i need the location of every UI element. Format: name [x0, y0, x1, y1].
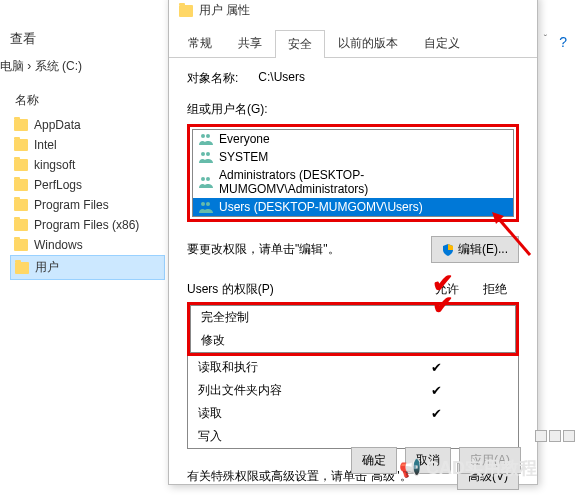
folder-item[interactable]: Program Files (x86): [10, 215, 165, 235]
permission-name: 读取: [198, 405, 412, 422]
svg-point-7: [206, 202, 210, 206]
folder-item[interactable]: Intel: [10, 135, 165, 155]
folder-label: PerfLogs: [34, 178, 82, 192]
permission-row: 写入: [188, 425, 518, 448]
allow-check-icon: ✔: [412, 383, 460, 398]
svg-point-1: [206, 134, 210, 138]
folder-label: 用户: [35, 259, 59, 276]
tab[interactable]: 安全: [275, 30, 325, 58]
users-icon: [199, 151, 213, 163]
help-icon[interactable]: ?: [559, 34, 567, 50]
group-item[interactable]: Users (DESKTOP-MUMGOMV\Users): [193, 198, 513, 216]
permission-row: 读取✔: [188, 402, 518, 425]
permission-row: 读取和执行✔: [188, 356, 518, 379]
breadcrumb[interactable]: 电脑 › 系统 (C:): [0, 58, 82, 75]
chevron-down-icon[interactable]: ˇ: [544, 34, 547, 45]
deny-header: 拒绝: [471, 281, 519, 298]
svg-point-4: [201, 177, 205, 181]
column-header-name[interactable]: 名称: [15, 92, 39, 109]
object-name-value: C:\Users: [258, 70, 305, 87]
svg-point-3: [206, 152, 210, 156]
folder-label: Program Files (x86): [34, 218, 139, 232]
shield-icon: [442, 244, 454, 256]
folder-icon: [14, 239, 28, 251]
tab[interactable]: 常规: [175, 29, 225, 57]
permission-name: 读取和执行: [198, 359, 412, 376]
svg-point-5: [206, 177, 210, 181]
dialog-title: 用户 属性: [169, 0, 537, 25]
permissions-header: Users 的权限(P): [187, 281, 423, 298]
groups-label: 组或用户名(G):: [187, 101, 519, 118]
annotation-check-icon: ✔: [432, 290, 454, 321]
users-icon: [199, 133, 213, 145]
permission-name: 完全控制: [201, 309, 409, 326]
svg-point-0: [201, 134, 205, 138]
groups-highlight-box: EveryoneSYSTEMAdministrators (DESKTOP-MU…: [187, 124, 519, 222]
folder-icon: [14, 179, 28, 191]
folder-label: Intel: [34, 138, 57, 152]
folder-icon: [179, 5, 193, 17]
group-item[interactable]: Everyone: [193, 130, 513, 148]
folder-icon: [14, 159, 28, 171]
ok-button[interactable]: 确定: [351, 447, 397, 474]
folder-icon: [14, 119, 28, 131]
object-name-label: 对象名称:: [187, 70, 238, 87]
folder-item[interactable]: PerfLogs: [10, 175, 165, 195]
dialog-title-text: 用户 属性: [199, 2, 250, 19]
folder-item[interactable]: 用户: [10, 255, 165, 280]
groups-listbox[interactable]: EveryoneSYSTEMAdministrators (DESKTOP-MU…: [192, 129, 514, 217]
watermark-text: 📢 CAD实用教程: [399, 456, 537, 480]
group-item-label: Users (DESKTOP-MUMGOMV\Users): [219, 200, 423, 214]
edit-hint: 要更改权限，请单击"编辑"。: [187, 241, 340, 258]
group-item-label: Everyone: [219, 132, 270, 146]
users-icon: [199, 176, 213, 188]
edit-button[interactable]: 编辑(E)...: [431, 236, 519, 263]
permission-row: 完全控制: [191, 306, 515, 329]
folder-label: kingsoft: [34, 158, 75, 172]
svg-point-6: [201, 202, 205, 206]
folder-label: AppData: [34, 118, 81, 132]
folder-icon: [15, 262, 29, 274]
explorer-view-icons[interactable]: [535, 430, 575, 442]
tab[interactable]: 自定义: [411, 29, 473, 57]
permission-name: 写入: [198, 428, 412, 445]
folder-icon: [14, 219, 28, 231]
permission-name: 修改: [201, 332, 409, 349]
folder-list: AppDataIntelkingsoftPerfLogsProgram File…: [10, 115, 165, 280]
permission-row: 列出文件夹内容✔: [188, 379, 518, 402]
group-item[interactable]: Administrators (DESKTOP-MUMGOMV\Administ…: [193, 166, 513, 198]
explorer-toolbar-label: 查看: [10, 30, 36, 48]
edit-button-label: 编辑(E)...: [458, 241, 508, 258]
permissions-highlight-box: 完全控制修改: [187, 302, 519, 356]
tab[interactable]: 共享: [225, 29, 275, 57]
folder-icon: [14, 139, 28, 151]
folder-item[interactable]: kingsoft: [10, 155, 165, 175]
folder-item[interactable]: Program Files: [10, 195, 165, 215]
permission-name: 列出文件夹内容: [198, 382, 412, 399]
folder-label: Windows: [34, 238, 83, 252]
tab[interactable]: 以前的版本: [325, 29, 411, 57]
folder-item[interactable]: AppData: [10, 115, 165, 135]
permissions-list-rest: 读取和执行✔列出文件夹内容✔读取✔写入: [187, 356, 519, 449]
users-icon: [199, 201, 213, 213]
folder-icon: [14, 199, 28, 211]
folder-label: Program Files: [34, 198, 109, 212]
group-item-label: SYSTEM: [219, 150, 268, 164]
properties-dialog: 用户 属性 常规共享安全以前的版本自定义 对象名称: C:\Users 组或用户…: [168, 0, 538, 485]
svg-point-2: [201, 152, 205, 156]
folder-item[interactable]: Windows: [10, 235, 165, 255]
allow-check-icon: ✔: [412, 360, 460, 375]
allow-check-icon: ✔: [412, 406, 460, 421]
permission-row: 修改: [191, 329, 515, 352]
tab-strip: 常规共享安全以前的版本自定义: [169, 29, 537, 58]
group-item-label: Administrators (DESKTOP-MUMGOMV\Administ…: [219, 168, 507, 196]
group-item[interactable]: SYSTEM: [193, 148, 513, 166]
